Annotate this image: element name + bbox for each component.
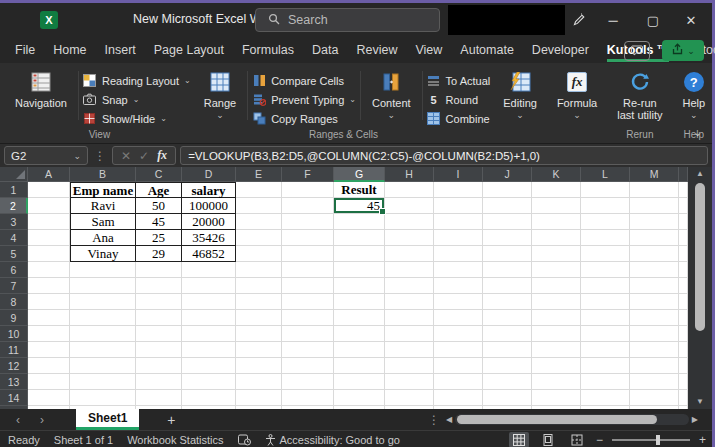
cell-A14[interactable] bbox=[28, 390, 70, 406]
cell-L11[interactable] bbox=[581, 342, 630, 358]
editing-button[interactable]: Editing ⌄ bbox=[496, 66, 544, 128]
cell-M3[interactable] bbox=[630, 214, 679, 230]
name-box[interactable]: G2 ⌄ bbox=[4, 146, 88, 165]
sheet-tab-sheet1[interactable]: Sheet1 bbox=[76, 409, 139, 430]
cell-K11[interactable] bbox=[532, 342, 581, 358]
cell-D3[interactable]: 20000 bbox=[182, 214, 236, 230]
cell-F14[interactable] bbox=[282, 390, 334, 406]
tab-file[interactable]: File bbox=[6, 38, 44, 62]
tab-data[interactable]: Data bbox=[303, 38, 347, 62]
scroll-left-icon[interactable]: ◀ bbox=[446, 415, 452, 424]
cell-E7[interactable] bbox=[236, 278, 282, 294]
row-header-10[interactable]: 10 bbox=[0, 326, 28, 342]
horizontal-scroll-thumb[interactable] bbox=[457, 415, 657, 424]
cell-F11[interactable] bbox=[282, 342, 334, 358]
cell-C6[interactable] bbox=[136, 262, 182, 278]
row-header-6[interactable]: 6 bbox=[0, 262, 28, 278]
cell-A2[interactable] bbox=[28, 198, 70, 214]
cell-L6[interactable] bbox=[581, 262, 630, 278]
cell-J4[interactable] bbox=[483, 230, 532, 246]
cell-G2[interactable]: 45 bbox=[334, 198, 385, 214]
cell-B8[interactable] bbox=[70, 294, 136, 310]
cell-I8[interactable] bbox=[434, 294, 483, 310]
cell-J9[interactable] bbox=[483, 310, 532, 326]
cell-D9[interactable] bbox=[182, 310, 236, 326]
cell-C9[interactable] bbox=[136, 310, 182, 326]
cell-H6[interactable] bbox=[385, 262, 434, 278]
macro-record-icon[interactable] bbox=[238, 434, 251, 446]
cell-K12[interactable] bbox=[532, 358, 581, 374]
cell-C1[interactable]: Age bbox=[136, 182, 182, 198]
cell-M1[interactable] bbox=[630, 182, 679, 198]
cell-H7[interactable] bbox=[385, 278, 434, 294]
cell-J13[interactable] bbox=[483, 374, 532, 390]
cell-B9[interactable] bbox=[70, 310, 136, 326]
zoom-slider-thumb[interactable] bbox=[656, 435, 660, 445]
hscroll-divider-icon[interactable]: ⋮ bbox=[428, 413, 440, 427]
cell-D8[interactable] bbox=[182, 294, 236, 310]
tab-view[interactable]: View bbox=[406, 38, 451, 62]
formula-button[interactable]: fx Formula ⌄ bbox=[550, 66, 604, 128]
column-header-B[interactable]: B bbox=[70, 167, 136, 182]
row-header-8[interactable]: 8 bbox=[0, 294, 28, 310]
column-header-K[interactable]: K bbox=[532, 167, 581, 182]
cell-G14[interactable] bbox=[334, 390, 385, 406]
column-header-G[interactable]: G bbox=[334, 167, 385, 182]
cell-E1[interactable] bbox=[236, 182, 282, 198]
cell-L1[interactable] bbox=[581, 182, 630, 198]
cell-L8[interactable] bbox=[581, 294, 630, 310]
cell-J7[interactable] bbox=[483, 278, 532, 294]
cell-J2[interactable] bbox=[483, 198, 532, 214]
cell-F13[interactable] bbox=[282, 374, 334, 390]
cell-H11[interactable] bbox=[385, 342, 434, 358]
cell-K8[interactable] bbox=[532, 294, 581, 310]
tab-review[interactable]: Review bbox=[347, 38, 406, 62]
cell-M6[interactable] bbox=[630, 262, 679, 278]
cell-I14[interactable] bbox=[434, 390, 483, 406]
cell-A7[interactable] bbox=[28, 278, 70, 294]
zoom-in-button[interactable]: + bbox=[699, 433, 706, 447]
navigation-button[interactable]: Navigation bbox=[8, 66, 74, 128]
cell-E4[interactable] bbox=[236, 230, 282, 246]
cell-E11[interactable] bbox=[236, 342, 282, 358]
cell-D5[interactable]: 46852 bbox=[182, 246, 236, 262]
horizontal-scrollbar[interactable]: ◀ ▶ bbox=[446, 413, 698, 426]
row-header-3[interactable]: 3 bbox=[0, 214, 28, 230]
cell-D13[interactable] bbox=[182, 374, 236, 390]
cell-L12[interactable] bbox=[581, 358, 630, 374]
cell-K10[interactable] bbox=[532, 326, 581, 342]
column-header-J[interactable]: J bbox=[483, 167, 532, 182]
cell-H13[interactable] bbox=[385, 374, 434, 390]
cell-I13[interactable] bbox=[434, 374, 483, 390]
accessibility-icon[interactable] bbox=[265, 434, 276, 446]
cell-B12[interactable] bbox=[70, 358, 136, 374]
tab-developer[interactable]: Developer bbox=[523, 38, 598, 62]
cell-J12[interactable] bbox=[483, 358, 532, 374]
cell-E14[interactable] bbox=[236, 390, 282, 406]
cell-H10[interactable] bbox=[385, 326, 434, 342]
select-all-corner[interactable] bbox=[0, 167, 28, 182]
help-button[interactable]: ? Help ⌄ bbox=[675, 66, 712, 128]
cell-K13[interactable] bbox=[532, 374, 581, 390]
cell-F2[interactable] bbox=[282, 198, 334, 214]
cell-I2[interactable] bbox=[434, 198, 483, 214]
cell-J1[interactable] bbox=[483, 182, 532, 198]
column-header-A[interactable]: A bbox=[28, 167, 70, 182]
cell-G9[interactable] bbox=[334, 310, 385, 326]
rerun-last-utility-button[interactable]: Re-runlast utility bbox=[610, 66, 669, 128]
search-input[interactable]: Search bbox=[255, 8, 440, 32]
reading-layout-button[interactable]: Reading Layout ⌄ bbox=[83, 71, 191, 90]
tab-home[interactable]: Home bbox=[44, 38, 95, 62]
tab-formulas[interactable]: Formulas bbox=[233, 38, 303, 62]
cell-B5[interactable]: Vinay bbox=[70, 246, 136, 262]
cell-G3[interactable] bbox=[334, 214, 385, 230]
scroll-down-icon[interactable]: ▼ bbox=[696, 395, 704, 409]
row-header-2[interactable]: 2 bbox=[0, 198, 28, 214]
row-header-7[interactable]: 7 bbox=[0, 278, 28, 294]
cell-B4[interactable]: Ana bbox=[70, 230, 136, 246]
cell-E10[interactable] bbox=[236, 326, 282, 342]
cell-L4[interactable] bbox=[581, 230, 630, 246]
snap-button[interactable]: Snap ⌄ bbox=[83, 90, 191, 109]
cell-D1[interactable]: salary bbox=[182, 182, 236, 198]
sheet-nav-left-icon[interactable]: ‹ bbox=[6, 413, 30, 427]
